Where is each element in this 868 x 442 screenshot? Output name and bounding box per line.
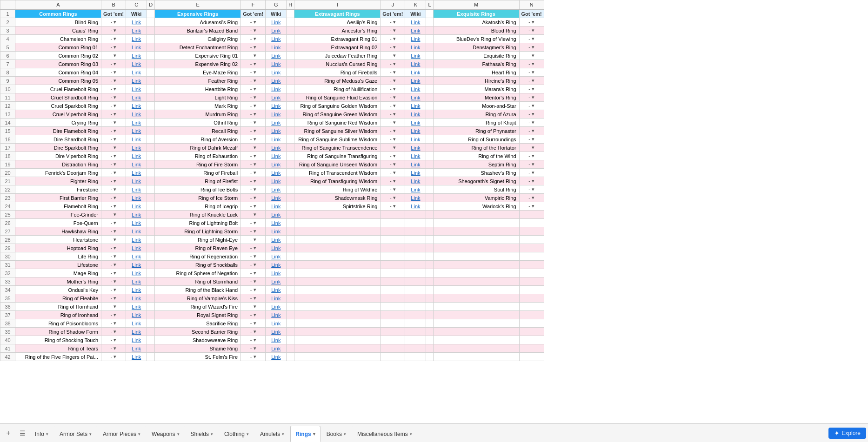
expensive-gotem-dropdown[interactable]: - ▾ [241,185,266,194]
expensive-wiki-link[interactable]: Link [266,160,287,169]
common-wiki-link[interactable]: Link [126,102,147,110]
extravagant-gotem-dropdown[interactable]: - ▾ [381,68,405,77]
common-gotem-dropdown[interactable]: - ▾ [101,102,126,110]
extravagant-wiki-link[interactable] [405,211,426,219]
extravagant-gotem-dropdown[interactable]: - ▾ [381,119,405,127]
tab-misc-items[interactable]: Miscellaneous Items ▾ [352,426,417,442]
expensive-wiki-link[interactable]: Link [266,68,287,77]
expensive-wiki-link[interactable]: Link [266,328,287,336]
extravagant-gotem-dropdown[interactable] [381,328,405,336]
common-gotem-dropdown[interactable]: - ▾ [101,160,126,169]
exquisite-gotem-dropdown[interactable]: - ▾ [519,135,544,144]
exquisite-gotem-dropdown[interactable]: - ▾ [519,43,544,52]
expensive-wiki-link[interactable]: Link [266,202,287,211]
expensive-gotem-dropdown[interactable]: - ▾ [241,286,266,294]
expensive-wiki-link[interactable]: Link [266,344,287,353]
expensive-gotem-dropdown[interactable]: - ▾ [241,110,266,119]
common-wiki-link[interactable]: Link [126,202,147,211]
extravagant-wiki-link[interactable] [405,277,426,286]
common-wiki-link[interactable]: Link [126,294,147,303]
expensive-gotem-dropdown[interactable]: - ▾ [241,328,266,336]
common-wiki-link[interactable]: Link [126,68,147,77]
expensive-gotem-dropdown[interactable]: - ▾ [241,236,266,244]
expensive-wiki-link[interactable]: Link [266,60,287,68]
extravagant-wiki-link[interactable]: Link [405,144,426,152]
exquisite-gotem-dropdown[interactable]: - ▾ [519,202,544,211]
col-k-header[interactable]: K [405,0,426,10]
exquisite-gotem-dropdown[interactable] [519,353,544,361]
extravagant-gotem-dropdown[interactable]: - ▾ [381,185,405,194]
exquisite-gotem-dropdown[interactable]: - ▾ [519,18,544,26]
extravagant-gotem-dropdown[interactable]: - ▾ [381,127,405,135]
expensive-gotem-dropdown[interactable]: - ▾ [241,344,266,353]
extravagant-wiki-link[interactable]: Link [405,35,426,43]
expensive-gotem-dropdown[interactable]: - ▾ [241,60,266,68]
extravagant-wiki-link[interactable] [405,269,426,277]
expensive-gotem-dropdown[interactable]: - ▾ [241,219,266,227]
extravagant-gotem-dropdown[interactable]: - ▾ [381,77,405,85]
expensive-wiki-link[interactable]: Link [266,261,287,269]
extravagant-wiki-link[interactable]: Link [405,202,426,211]
extravagant-gotem-dropdown[interactable]: - ▾ [381,43,405,52]
exquisite-gotem-dropdown[interactable] [519,219,544,227]
expensive-gotem-dropdown[interactable]: - ▾ [241,85,266,93]
common-gotem-dropdown[interactable]: - ▾ [101,244,126,252]
common-wiki-link[interactable]: Link [126,152,147,160]
extravagant-gotem-dropdown[interactable]: - ▾ [381,144,405,152]
extravagant-wiki-link[interactable]: Link [405,160,426,169]
exquisite-gotem-dropdown[interactable]: - ▾ [519,110,544,119]
expensive-gotem-dropdown[interactable]: - ▾ [241,18,266,26]
tab-rings[interactable]: Rings ▾ [290,426,320,442]
expensive-gotem-dropdown[interactable]: - ▾ [241,169,266,177]
expensive-gotem-dropdown[interactable]: - ▾ [241,68,266,77]
extravagant-gotem-dropdown[interactable]: - ▾ [381,35,405,43]
extravagant-gotem-dropdown[interactable] [381,244,405,252]
exquisite-gotem-dropdown[interactable]: - ▾ [519,119,544,127]
common-gotem-dropdown[interactable]: - ▾ [101,294,126,303]
extravagant-wiki-link[interactable] [405,219,426,227]
expensive-gotem-dropdown[interactable]: - ▾ [241,35,266,43]
common-gotem-dropdown[interactable]: - ▾ [101,185,126,194]
tab-armor-pieces[interactable]: Armor Pieces ▾ [98,426,146,442]
exquisite-gotem-dropdown[interactable] [519,319,544,328]
common-wiki-link[interactable]: Link [126,252,147,261]
extravagant-wiki-link[interactable] [405,286,426,294]
extravagant-gotem-dropdown[interactable]: - ▾ [381,26,405,35]
col-a-header[interactable]: A [15,0,101,10]
common-wiki-link[interactable]: Link [126,328,147,336]
extravagant-wiki-link[interactable] [405,344,426,353]
expensive-gotem-dropdown[interactable]: - ▾ [241,160,266,169]
common-wiki-link[interactable]: Link [126,60,147,68]
common-gotem-dropdown[interactable]: - ▾ [101,211,126,219]
exquisite-gotem-dropdown[interactable]: - ▾ [519,60,544,68]
expensive-wiki-link[interactable]: Link [266,18,287,26]
extravagant-wiki-link[interactable]: Link [405,18,426,26]
exquisite-gotem-dropdown[interactable]: - ▾ [519,127,544,135]
extravagant-wiki-link[interactable]: Link [405,77,426,85]
expensive-wiki-link[interactable]: Link [266,119,287,127]
extravagant-gotem-dropdown[interactable] [381,319,405,328]
common-gotem-dropdown[interactable]: - ▾ [101,202,126,211]
extravagant-wiki-link[interactable] [405,244,426,252]
expensive-wiki-link[interactable]: Link [266,127,287,135]
expensive-gotem-dropdown[interactable]: - ▾ [241,294,266,303]
tab-weapons[interactable]: Weapons ▾ [147,426,184,442]
exquisite-gotem-dropdown[interactable] [519,336,544,344]
expensive-wiki-link[interactable]: Link [266,52,287,60]
expensive-wiki-link[interactable]: Link [266,294,287,303]
extravagant-gotem-dropdown[interactable] [381,353,405,361]
extravagant-wiki-link[interactable] [405,261,426,269]
exquisite-gotem-dropdown[interactable]: - ▾ [519,77,544,85]
common-wiki-link[interactable]: Link [126,277,147,286]
expensive-gotem-dropdown[interactable]: - ▾ [241,303,266,311]
common-wiki-link[interactable]: Link [126,144,147,152]
exquisite-gotem-dropdown[interactable]: - ▾ [519,52,544,60]
tab-shields[interactable]: Shields ▾ [186,426,218,442]
extravagant-wiki-link[interactable]: Link [405,68,426,77]
expensive-wiki-link[interactable]: Link [266,244,287,252]
expensive-wiki-link[interactable]: Link [266,43,287,52]
extravagant-wiki-link[interactable] [405,252,426,261]
extravagant-gotem-dropdown[interactable] [381,252,405,261]
extravagant-gotem-dropdown[interactable]: - ▾ [381,102,405,110]
common-wiki-link[interactable]: Link [126,160,147,169]
